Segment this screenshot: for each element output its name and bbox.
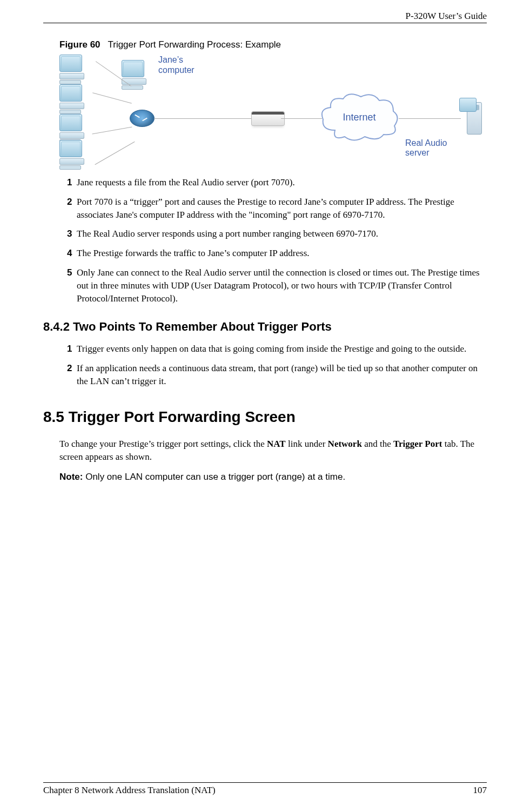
pc-icon bbox=[59, 114, 89, 141]
modem-icon bbox=[251, 111, 285, 126]
list-item: 2If an application needs a continuous da… bbox=[67, 362, 487, 388]
figure-caption: Figure 60 Trigger Port Forwarding Proces… bbox=[59, 39, 487, 50]
pc-icon bbox=[59, 140, 89, 167]
lan-computers bbox=[59, 55, 154, 165]
server-icon bbox=[459, 98, 483, 136]
list-item: 4The Prestige forwards the traffic to Ja… bbox=[67, 247, 487, 260]
jane-computer-label: Jane’s computer bbox=[158, 55, 194, 75]
internet-label: Internet bbox=[319, 112, 400, 123]
internet-cloud-icon: Internet bbox=[319, 92, 400, 144]
figure-title: Trigger Port Forwarding Process: Example bbox=[108, 39, 281, 50]
note-label: Note: bbox=[59, 472, 83, 482]
wire bbox=[95, 142, 135, 165]
list-item: 2Port 7070 is a “trigger” port and cause… bbox=[67, 196, 487, 222]
wire bbox=[281, 118, 322, 119]
list-item: 5Only Jane can connect to the Real Audio… bbox=[67, 266, 487, 305]
process-steps-list: 1Jane requests a file from the Real Audi… bbox=[67, 176, 487, 305]
network-diagram: Jane’s computer Internet Real Audio serv… bbox=[59, 55, 470, 165]
pc-icon bbox=[59, 55, 89, 82]
server-label: Real Audio server bbox=[405, 138, 470, 158]
wire bbox=[92, 126, 132, 134]
pc-icon bbox=[59, 84, 89, 111]
list-item: 3The Real Audio server responds using a … bbox=[67, 227, 487, 240]
trigger-port-text: Trigger Port bbox=[393, 439, 442, 449]
page-number: 107 bbox=[473, 785, 487, 796]
list-item: 1Trigger events only happen on data that… bbox=[67, 343, 487, 355]
wire bbox=[154, 118, 254, 119]
note-text: Only one LAN computer can use a trigger … bbox=[83, 472, 345, 482]
trigger-points-list: 1Trigger events only happen on data that… bbox=[67, 343, 487, 387]
figure-number: Figure 60 bbox=[59, 39, 100, 50]
section-85-heading: 8.5 Trigger Port Forwarding Screen bbox=[43, 408, 487, 426]
section-85-intro: To change your Prestige’s trigger port s… bbox=[59, 438, 487, 464]
page-footer: Chapter 8 Network Address Translation (N… bbox=[43, 782, 487, 796]
chapter-title: Chapter 8 Network Address Translation (N… bbox=[43, 785, 216, 796]
router-icon bbox=[130, 110, 155, 127]
page-header: P-320W User’s Guide bbox=[43, 11, 487, 23]
nat-link-text: NAT bbox=[267, 439, 286, 449]
wire bbox=[399, 118, 461, 119]
note-paragraph: Note: Only one LAN computer can use a tr… bbox=[59, 472, 487, 482]
section-842-heading: 8.4.2 Two Points To Remember About Trigg… bbox=[43, 320, 487, 334]
network-text: Network bbox=[328, 439, 362, 449]
wire bbox=[92, 92, 132, 103]
guide-title: P-320W User’s Guide bbox=[406, 11, 487, 21]
list-item: 1Jane requests a file from the Real Audi… bbox=[67, 176, 487, 189]
